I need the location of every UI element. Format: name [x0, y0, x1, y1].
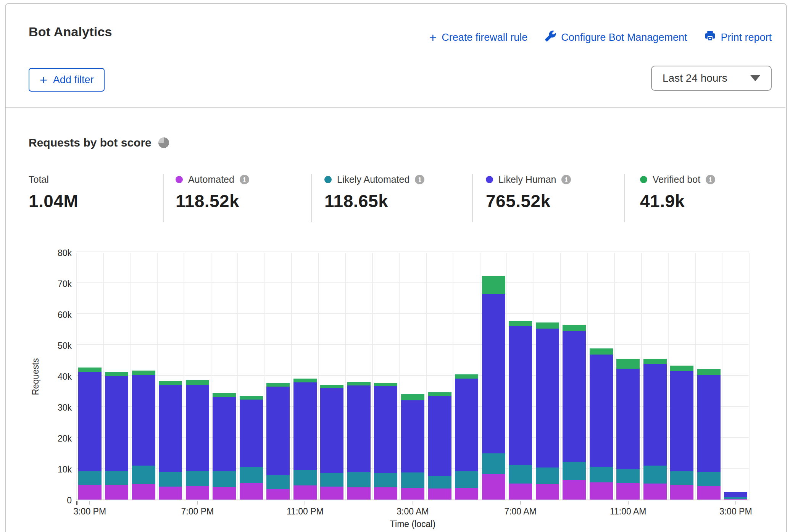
bar-segment-automated	[78, 485, 102, 500]
bar-1200am	[320, 385, 343, 500]
bar-segment-likely-human	[697, 375, 721, 472]
bar-200pm	[697, 369, 721, 500]
info-icon[interactable]	[706, 175, 715, 184]
section-title: Requests by bot score	[29, 136, 152, 149]
bar-segment-verified-bot	[105, 372, 128, 376]
stat-verified-bot: Verified bot 41.9k	[640, 172, 715, 211]
info-icon[interactable]	[561, 175, 571, 184]
x-tick-mark	[628, 501, 629, 505]
bar-segment-likely-automated	[213, 471, 236, 487]
stat-likely-automated-label: Likely Automated	[337, 174, 410, 185]
bar-segment-automated	[616, 483, 640, 500]
bar-400am	[428, 392, 451, 500]
bar-segment-likely-automated	[320, 473, 343, 487]
stat-total-label: Total	[29, 174, 49, 185]
bar-segment-likely-automated	[455, 471, 478, 488]
bar-segment-likely-automated	[670, 471, 693, 485]
x-tick-label: 11:00 AM	[610, 506, 646, 517]
bar-segment-likely-automated	[616, 469, 640, 483]
gridline-vertical	[399, 253, 400, 500]
bar-segment-verified-bot	[293, 379, 317, 383]
bar-700am	[509, 321, 532, 500]
y-tick-label: 80k	[58, 248, 72, 258]
gridline-vertical	[130, 253, 131, 500]
bar-900pm	[240, 396, 263, 500]
stat-likely-human-label: Likely Human	[498, 174, 556, 185]
time-range-select[interactable]: Last 24 hours	[651, 66, 772, 91]
bar-segment-likely-human	[428, 396, 451, 476]
create-firewall-rule-link[interactable]: + Create firewall rule	[429, 31, 527, 44]
stat-verified-bot-label-row: Verified bot	[640, 172, 715, 186]
gridline-horizontal	[76, 313, 749, 314]
bar-segment-verified-bot	[509, 321, 532, 327]
pie-chart-icon	[158, 137, 169, 148]
add-filter-button[interactable]: + Add filter	[29, 68, 105, 92]
bar-segment-automated	[590, 482, 613, 500]
bar-segment-likely-automated	[105, 471, 128, 485]
time-range-value: Last 24 hours	[663, 72, 727, 84]
bar-500pm	[132, 371, 155, 500]
gridline-vertical	[372, 253, 373, 500]
verified-bot-dot-icon	[640, 176, 647, 183]
bar-segment-likely-automated	[78, 471, 102, 485]
bar-segment-automated	[509, 484, 532, 500]
bar-segment-likely-human	[509, 326, 532, 465]
info-icon[interactable]	[415, 175, 424, 184]
bar-segment-verified-bot	[78, 368, 102, 372]
y-axis-title: Requests	[31, 358, 41, 395]
gridline-vertical	[722, 253, 722, 500]
info-icon[interactable]	[240, 175, 249, 184]
bar-segment-likely-human	[266, 387, 290, 475]
page-title: Bot Analytics	[29, 24, 112, 39]
header-actions: + Create firewall rule Configure Bot Man…	[429, 31, 772, 44]
stat-likely-human-label-row: Likely Human	[486, 172, 571, 186]
bar-segment-automated	[266, 489, 290, 500]
bar-segment-verified-bot	[320, 385, 343, 389]
bar-segment-likely-automated	[132, 466, 155, 484]
bar-segment-verified-bot	[266, 383, 290, 387]
bar-segment-likely-human	[616, 369, 640, 469]
x-tick-label: 3:00 PM	[719, 506, 752, 517]
bar-segment-automated	[643, 484, 667, 500]
gridline-vertical	[641, 253, 642, 500]
bar-600am	[482, 276, 505, 500]
stat-divider	[311, 174, 312, 222]
bar-300pm	[724, 492, 747, 500]
configure-bot-management-link[interactable]: Configure Bot Management	[545, 31, 687, 44]
bar-1200pm	[643, 359, 667, 500]
header-divider	[6, 107, 785, 108]
bar-segment-likely-human	[536, 329, 559, 468]
print-report-link[interactable]: Print report	[705, 31, 772, 44]
bar-segment-likely-automated	[240, 467, 263, 483]
bar-900am	[563, 325, 586, 500]
likely-human-dot-icon	[486, 176, 493, 183]
bar-segment-automated	[213, 487, 236, 500]
bar-600pm	[159, 381, 182, 500]
bar-segment-automated	[536, 484, 559, 500]
print-report-label: Print report	[721, 32, 772, 44]
bar-segment-automated	[455, 488, 478, 500]
create-firewall-rule-label: Create firewall rule	[442, 32, 527, 44]
gridline-vertical	[264, 253, 265, 500]
bar-segment-likely-human	[240, 400, 263, 467]
x-tick-label: 11:00 PM	[287, 506, 324, 517]
bar-1100pm	[293, 379, 317, 500]
stat-automated-label-row: Automated	[176, 172, 249, 186]
printer-icon	[705, 31, 716, 44]
bar-segment-likely-human	[293, 382, 317, 470]
bar-segment-verified-bot	[240, 396, 263, 400]
bar-segment-automated	[428, 488, 451, 500]
stat-likely-automated-value: 118.65k	[324, 191, 424, 211]
bar-segment-automated	[724, 499, 747, 500]
bar-segment-likely-automated	[643, 466, 667, 484]
gridline-vertical	[695, 253, 696, 500]
y-tick-label: 40k	[58, 371, 72, 382]
bar-300am	[401, 394, 424, 500]
gridline-vertical	[318, 253, 319, 500]
y-tick-label: 70k	[58, 279, 72, 289]
bar-segment-automated	[240, 483, 263, 500]
x-axis-title: Time (local)	[76, 519, 749, 529]
wrench-icon	[545, 31, 556, 44]
configure-bot-management-label: Configure Bot Management	[561, 32, 687, 44]
x-tick-mark	[413, 501, 413, 505]
